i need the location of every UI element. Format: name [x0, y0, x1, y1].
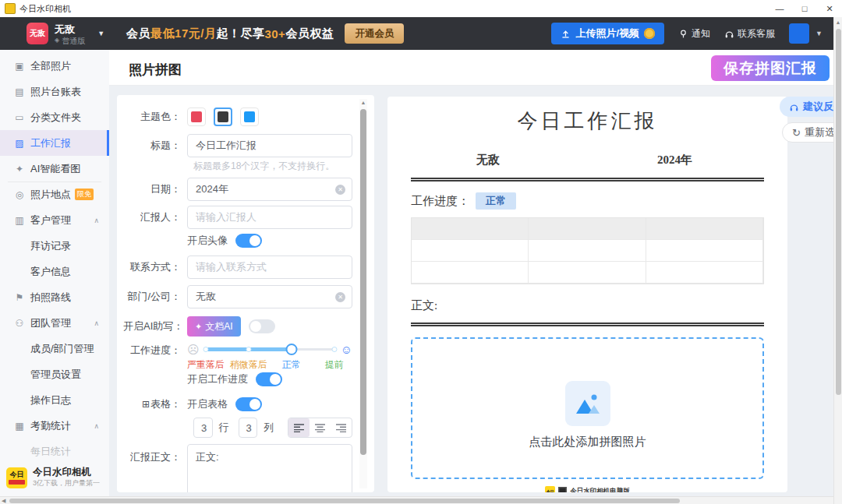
- sidebar-item-label: 成员/部门管理: [30, 342, 94, 356]
- table-label: ⊞表格：: [123, 397, 187, 411]
- scroll-up-icon[interactable]: ▲: [359, 100, 367, 105]
- clear-icon[interactable]: ✕: [335, 292, 345, 302]
- customers-icon: ▥: [14, 215, 25, 226]
- align-left-icon: [294, 424, 304, 432]
- scroll-left-icon[interactable]: ◀: [2, 497, 5, 504]
- scrollbar-thumb[interactable]: [360, 109, 366, 455]
- chevron-down-icon[interactable]: ▼: [815, 30, 823, 37]
- app-logo-banner: [9, 480, 25, 485]
- theme-color-swatch[interactable]: [187, 107, 206, 126]
- sidebar-item-照片地点[interactable]: ◎照片地点限免: [0, 182, 109, 207]
- clear-icon[interactable]: ✕: [335, 185, 345, 195]
- align-center-button[interactable]: [310, 418, 331, 437]
- department-input[interactable]: 无敌 ✕: [187, 285, 352, 308]
- sidebar-item-拜访记录[interactable]: 拜访记录: [0, 233, 109, 259]
- theme-swatches: [187, 107, 352, 126]
- user-menu[interactable]: 无敌 无敌 ◈ 普通版 ▼: [27, 22, 104, 45]
- avatar-toggle[interactable]: [235, 234, 262, 248]
- user-name: 无敌: [55, 23, 75, 35]
- account-avatar[interactable]: [789, 23, 809, 44]
- preview-body-text: 正文:: [411, 298, 764, 313]
- sidebar-item-成员/部门管理[interactable]: 成员/部门管理: [0, 336, 109, 361]
- date-value: 2024年: [196, 182, 228, 196]
- date-input[interactable]: 2024年 ✕: [187, 178, 352, 201]
- align-right-button[interactable]: [331, 418, 352, 437]
- sidebar-item-label: 拜访记录: [30, 239, 71, 253]
- collapse-chevron-icon[interactable]: ∧: [94, 319, 99, 327]
- sidebar-item-考勤统计[interactable]: ▦考勤统计∧: [0, 413, 109, 439]
- align-left-button[interactable]: [288, 418, 310, 437]
- slider-stop[interactable]: [285, 344, 297, 355]
- window-horizontal-scrollbar[interactable]: ◀: [0, 496, 833, 504]
- sidebar-item-团队管理[interactable]: ⚇团队管理∧: [0, 310, 109, 336]
- sidebar-item-照片台账表[interactable]: ▤照片台账表: [0, 79, 109, 104]
- progress-label: 工作进度：: [123, 344, 187, 358]
- sidebar-item-客户信息[interactable]: 客户信息: [0, 259, 109, 284]
- table-toggle[interactable]: [235, 397, 262, 411]
- title-input[interactable]: 今日工作汇报: [187, 134, 352, 157]
- slider-stop[interactable]: [246, 347, 251, 352]
- report-body-textarea[interactable]: 正文:: [187, 444, 352, 492]
- add-photos-dropzone[interactable]: 点击此处添加拼图照片: [411, 337, 764, 479]
- happy-face-icon: ☺: [341, 344, 352, 356]
- contact-input[interactable]: 请输入联系方式: [187, 256, 352, 279]
- collapse-chevron-icon[interactable]: ∧: [94, 217, 99, 224]
- align-right-icon: [336, 424, 346, 432]
- collapse-chevron-icon[interactable]: ∧: [94, 422, 99, 430]
- sidebar-item-label: 拍照路线: [30, 291, 71, 305]
- form-scrollbar[interactable]: ▲: [359, 99, 367, 488]
- feedback-button[interactable]: 建议反馈: [780, 97, 842, 117]
- reporter-input[interactable]: 请输入汇报人: [187, 206, 352, 229]
- promo-text: 起！尽享: [216, 26, 264, 41]
- brand-name: 今日水印相机: [33, 467, 100, 478]
- theme-color-swatch[interactable]: [240, 107, 259, 126]
- preview-date: 2024年: [657, 153, 692, 167]
- preview-watermark-footer: 今日 今日水印相机电脑版: [411, 486, 764, 492]
- sidebar-item-管理员设置[interactable]: 管理员设置: [0, 361, 109, 387]
- theme-color-swatch[interactable]: [214, 107, 232, 126]
- theme-color: [191, 111, 202, 122]
- slider-stop[interactable]: [203, 347, 208, 352]
- user-plan: 普通版: [62, 37, 85, 45]
- sidebar-item-AI智能看图[interactable]: ✦AI智能看图: [0, 156, 109, 182]
- minimize-button[interactable]: —: [767, 0, 792, 17]
- upload-label: 上传照片/视频: [575, 26, 639, 41]
- doc-ai-chip[interactable]: ✦ 文档AI: [187, 316, 241, 337]
- preview-table-cell: [646, 240, 763, 262]
- title-hint: 标题最多18个汉字，不支持换行。: [193, 160, 352, 173]
- close-button[interactable]: ✕: [817, 0, 842, 17]
- sidebar-item-全部照片[interactable]: ▣全部照片: [0, 53, 109, 79]
- content-header: 照片拼图 保存拼图汇报: [109, 50, 833, 86]
- ai-assist-toggle[interactable]: [249, 319, 275, 333]
- sidebar-item-操作日志[interactable]: 操作日志: [0, 387, 109, 413]
- sidebar-item-客户管理[interactable]: ▥客户管理∧: [0, 207, 109, 233]
- headset-icon: [789, 102, 799, 112]
- team-icon: ⚇: [14, 318, 25, 329]
- attendance-icon: ▦: [14, 421, 25, 432]
- promo-highlight: 最低17元/月: [150, 26, 216, 41]
- scrollbar-thumb[interactable]: [836, 29, 841, 395]
- slider-level-label: 正常: [282, 358, 301, 372]
- maximize-button[interactable]: □: [792, 0, 817, 17]
- save-collage-report-button[interactable]: 保存拼图汇报: [711, 55, 830, 81]
- avatar-toggle-label: 开启头像: [187, 234, 228, 248]
- cols-input[interactable]: 3: [239, 418, 258, 438]
- sidebar-item-工作汇报[interactable]: ▨工作汇报: [0, 130, 109, 156]
- slider-stop[interactable]: [331, 347, 337, 352]
- preview-table-cell: [412, 240, 529, 262]
- customer-service-button[interactable]: 联系客服: [724, 27, 775, 41]
- scroll-up-icon[interactable]: ▲: [834, 19, 842, 25]
- progress-slider[interactable]: 严重落后稍微落后正常提前: [206, 343, 334, 369]
- upload-photos-button[interactable]: 上传照片/视频: [551, 23, 664, 44]
- window-vertical-scrollbar[interactable]: ▲: [833, 17, 842, 504]
- scrollbar-thumb[interactable]: [9, 499, 680, 503]
- department-value: 无敌: [196, 290, 216, 304]
- sidebar-item-拍照路线[interactable]: ⚑拍照路线: [0, 284, 109, 310]
- progress-toggle[interactable]: [256, 372, 282, 386]
- preview-table-cell: [529, 262, 646, 284]
- sidebar-item-分类文件夹[interactable]: ▭分类文件夹: [0, 104, 109, 130]
- open-membership-button[interactable]: 开通会员: [345, 23, 404, 44]
- rows-input[interactable]: 3: [193, 418, 213, 438]
- sidebar-item-label: 管理员设置: [30, 368, 81, 382]
- notifications-button[interactable]: 通知: [678, 27, 710, 41]
